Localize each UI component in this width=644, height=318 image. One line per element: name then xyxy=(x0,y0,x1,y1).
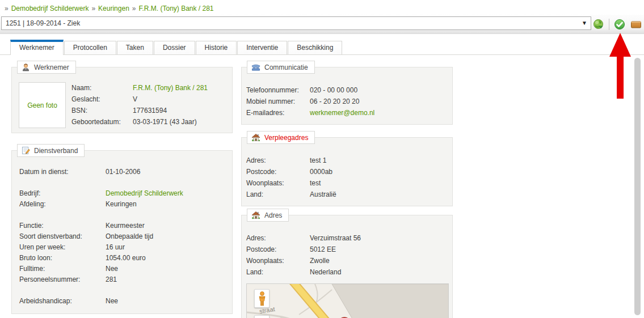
tab-historie[interactable]: Historie xyxy=(196,41,237,54)
field-group: Functie:KeurmeesterSoort dienstverband:O… xyxy=(19,221,224,285)
field-label: Uren per week: xyxy=(19,242,106,253)
content-area: Werknemer Geen foto Naam:F.R.M. (Tony) B… xyxy=(0,55,644,318)
tab-interventie[interactable]: Interventie xyxy=(237,41,287,54)
field-row: Postcode:5012 EE xyxy=(246,244,448,255)
breadcrumb-separator: » xyxy=(91,5,95,12)
map-canvas xyxy=(247,284,449,318)
panel-communicatie: Communicatie Telefoonnummer:020 - 00 00 … xyxy=(241,67,453,125)
globe-icon[interactable] xyxy=(592,18,605,31)
map-zoom-in-button[interactable]: + xyxy=(254,315,270,318)
field-label: Adres: xyxy=(246,155,310,166)
field-value: Verzuimstraat 56 xyxy=(310,232,448,244)
field-label: E-mailadres: xyxy=(246,107,310,118)
field-label: Telefoonnummer: xyxy=(246,84,310,96)
archive-box-icon[interactable] xyxy=(630,18,642,31)
field-row: Afdeling:Keuringen xyxy=(19,199,224,210)
breadcrumb-link[interactable]: F.R.M. (Tony) Bank / 281 xyxy=(139,5,214,12)
field-value: Keurmeester xyxy=(106,221,224,231)
telephone-icon xyxy=(251,63,260,71)
field-label: Postcode: xyxy=(246,166,310,177)
field-value: 01-10-2006 xyxy=(106,167,224,177)
communicatie-fields: Telefoonnummer:020 - 00 00 000Mobiel num… xyxy=(246,84,448,118)
panel-communicatie-header[interactable]: Communicatie xyxy=(247,61,315,74)
toolbar-separator xyxy=(609,19,609,30)
field-label: Land: xyxy=(246,266,310,278)
page-scrollbar[interactable] xyxy=(634,58,641,315)
field-value: 020 - 00 00 000 xyxy=(310,84,448,96)
field-row: Telefoonnummer:020 - 00 00 000 xyxy=(246,84,448,96)
field-value: Nee xyxy=(106,264,224,274)
breadcrumb-link[interactable]: Demobedrijf Schilderwerk xyxy=(11,5,89,12)
house-icon xyxy=(251,133,260,142)
field-label: Soort dienstverband: xyxy=(19,231,106,242)
field-group: Arbeidshandicap:Nee xyxy=(19,296,224,307)
field-label: Geslacht: xyxy=(71,94,133,105)
field-value: 16 uur xyxy=(106,242,224,253)
field-row: Functie:Keurmeester xyxy=(19,221,224,231)
field-label: Functie: xyxy=(19,221,106,231)
field-value-link[interactable]: F.R.M. (Tony) Bank / 281 xyxy=(133,82,224,94)
field-label: Naam: xyxy=(71,82,133,94)
tab-protocollen[interactable]: Protocollen xyxy=(64,41,116,54)
field-value: Nee xyxy=(106,296,224,307)
field-value: 03-03-1971 (43 Jaar) xyxy=(133,116,224,128)
werknemer-fields: Naam:F.R.M. (Tony) Bank / 281Geslacht:VB… xyxy=(71,82,224,128)
field-value: 0000ab xyxy=(310,166,448,177)
panel-adres-title: Adres xyxy=(264,211,282,219)
field-value: 5012 EE xyxy=(310,244,448,255)
tab-werknemer[interactable]: Werknemer xyxy=(10,40,64,55)
field-value: 177631594 xyxy=(133,105,224,116)
left-column: Werknemer Geen foto Naam:F.R.M. (Tony) B… xyxy=(11,67,233,314)
tab-taken[interactable]: Taken xyxy=(117,41,153,54)
house-icon xyxy=(251,211,260,219)
field-row: Arbeidshandicap:Nee xyxy=(19,296,224,307)
field-label: Bedrijf: xyxy=(19,188,106,199)
field-row: Personeelsnummer:281 xyxy=(19,274,224,285)
field-row: Land:Nederland xyxy=(246,266,448,278)
panel-verpleegadres-title: Verpleegadres xyxy=(264,134,308,142)
field-row: Datum in dienst:01-10-2006 xyxy=(19,167,224,177)
map[interactable]: straat gdijk + KaartSatelliet xyxy=(246,283,449,318)
field-value-link[interactable]: werknemer@demo.nl xyxy=(310,107,448,118)
panel-verpleegadres-header[interactable]: Verpleegadres xyxy=(247,131,315,144)
panel-werknemer: Werknemer Geen foto Naam:F.R.M. (Tony) B… xyxy=(11,67,233,133)
panel-verpleegadres: Verpleegadres Adres:test 1Postcode:0000a… xyxy=(241,137,453,206)
photo-placeholder: Geen foto xyxy=(19,82,66,128)
breadcrumb-separator: » xyxy=(132,5,136,12)
breadcrumb-link[interactable]: Keuringen xyxy=(98,5,129,12)
tab-beschikking[interactable]: Beschikking xyxy=(288,41,342,54)
field-value-link[interactable]: Demobedrijf Schilderwerk xyxy=(106,188,224,199)
panel-werknemer-header[interactable]: Werknemer xyxy=(17,61,76,74)
tab-bar: WerknemerProtocollenTakenDossierHistorie… xyxy=(0,34,644,55)
panel-dienstverband-header[interactable]: Dienstverband xyxy=(17,144,85,157)
field-label: Woonplaats: xyxy=(246,255,310,266)
breadcrumb-separator: » xyxy=(5,5,9,12)
field-label: Land: xyxy=(246,189,310,200)
field-row: Woonplaats:Zwolle xyxy=(246,255,448,266)
person-icon xyxy=(22,63,30,71)
field-value: Australië xyxy=(310,189,448,200)
approve-check-icon[interactable] xyxy=(613,18,626,31)
red-annotation-arrow xyxy=(609,33,631,99)
field-value: 06 - 20 20 20 20 xyxy=(310,96,448,107)
field-row: Bedrijf:Demobedrijf Schilderwerk xyxy=(19,188,224,199)
field-group: Datum in dienst:01-10-2006 xyxy=(19,167,224,177)
field-row: Soort dienstverband:Onbepaalde tijd xyxy=(19,231,224,242)
pegman-control[interactable] xyxy=(254,289,270,308)
verpleegadres-fields: Adres:test 1Postcode:0000abWoonplaats:te… xyxy=(246,155,448,200)
tab-dossier[interactable]: Dossier xyxy=(154,41,195,54)
panel-adres-header[interactable]: Adres xyxy=(247,209,289,222)
field-value: Nederland xyxy=(310,266,448,278)
field-value: Zwolle xyxy=(310,255,448,266)
field-value: Keuringen xyxy=(106,199,224,210)
field-row: Uren per week:16 uur xyxy=(19,242,224,253)
chevron-down-icon: ▼ xyxy=(582,17,587,29)
field-label: Arbeidshandicap: xyxy=(19,296,106,307)
field-value: Onbepaalde tijd xyxy=(106,231,224,242)
case-select[interactable]: 1251 | 18-09-2014 - Ziek ▼ xyxy=(1,16,591,30)
field-label: Adres: xyxy=(246,232,310,244)
field-row: Mobiel nummer:06 - 20 20 20 20 xyxy=(246,96,448,107)
field-row: Naam:F.R.M. (Tony) Bank / 281 xyxy=(71,82,224,94)
adres-fields: Adres:Verzuimstraat 56Postcode:5012 EEWo… xyxy=(246,232,448,278)
pegman-icon xyxy=(258,291,266,306)
